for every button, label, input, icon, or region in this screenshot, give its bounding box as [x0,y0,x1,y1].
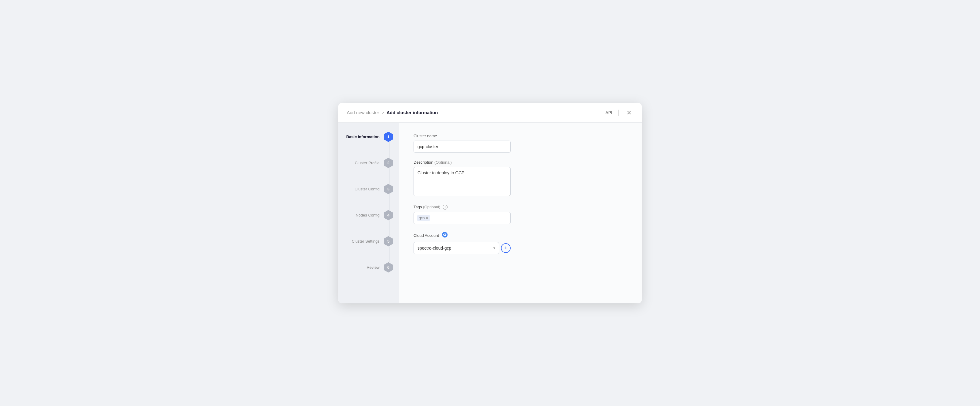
breadcrumb-separator: > [382,110,384,115]
description-textarea[interactable]: Cluster to deploy to GCP. [414,167,511,196]
description-group: Description (Optional) Cluster to deploy… [414,160,627,197]
cloud-account-label: Cloud Account [414,233,439,238]
modal-header: Add new cluster > Add cluster informatio… [338,103,642,123]
breadcrumb-parent: Add new cluster [347,110,379,115]
sidebar: Basic Information 1 Cluster Profile 2 [338,123,399,304]
cloud-account-row: Cloud Account [414,232,627,240]
tag-value-gcp: gcp [419,216,425,220]
step-label-4: Nodes Config [338,213,380,217]
chevron-down-icon: ▾ [493,246,495,250]
step-label-5: Cluster Settings [338,239,380,243]
tags-input-wrapper[interactable]: gcp ✕ [414,212,511,224]
add-icon: + [504,245,508,251]
step-label-1: Basic Information [338,134,380,139]
gcp-icon [441,232,448,240]
modal-container: Add new cluster > Add cluster informatio… [338,103,642,304]
step-badge-3: 3 [384,184,393,194]
step-badge-2: 2 [384,158,393,168]
tag-chip-gcp: gcp ✕ [417,215,430,221]
add-account-button[interactable]: + [501,243,511,253]
step-item-5[interactable]: Cluster Settings 5 [338,236,399,246]
step-badge-1: 1 [384,132,393,142]
main-content: Cluster name Description (Optional) Clus… [399,123,642,304]
cluster-name-input[interactable] [414,141,511,153]
step-label-6: Review [338,265,380,270]
description-label: Description (Optional) [414,160,627,165]
modal-body: Basic Information 1 Cluster Profile 2 [338,123,642,304]
connector-2-3 [390,168,390,184]
tag-remove-gcp[interactable]: ✕ [426,216,428,220]
cloud-account-selected: spectro-cloud-gcp [417,246,451,251]
api-button[interactable]: API [605,110,612,115]
connector-1-2 [390,142,390,158]
connector-4-5 [390,221,390,236]
step-item-2[interactable]: Cluster Profile 2 [338,158,399,168]
step-item-4[interactable]: Nodes Config 4 [338,210,399,221]
tags-group: Tags (Optional) i gcp ✕ [414,205,627,224]
step-badge-6: 6 [384,262,393,273]
sidebar-steps: Basic Information 1 Cluster Profile 2 [338,132,399,273]
step-badge-5: 5 [384,236,393,246]
step-item-3[interactable]: Cluster Config 3 [338,184,399,194]
cloud-select-box[interactable]: spectro-cloud-gcp ▾ [414,242,499,254]
breadcrumb: Add new cluster > Add cluster informatio… [347,110,438,115]
step-badge-4: 4 [384,210,393,221]
connector-3-4 [390,194,390,210]
header-right: API ✕ [605,109,633,117]
tags-info-icon: i [443,205,447,209]
cloud-select-wrapper: spectro-cloud-gcp ▾ + [414,242,511,254]
step-label-3: Cluster Config [338,187,380,191]
header-divider [618,110,619,116]
step-item-1[interactable]: Basic Information 1 [338,132,399,142]
connector-5-6 [390,246,390,262]
cloud-account-group: Cloud Account [414,232,627,254]
cluster-name-label: Cluster name [414,134,627,138]
tags-label: Tags (Optional) i [414,205,627,210]
step-item-6[interactable]: Review 6 [338,262,399,273]
step-label-2: Cluster Profile [338,161,380,165]
cluster-name-group: Cluster name [414,134,627,153]
breadcrumb-current: Add cluster information [387,110,438,115]
close-button[interactable]: ✕ [625,109,633,117]
